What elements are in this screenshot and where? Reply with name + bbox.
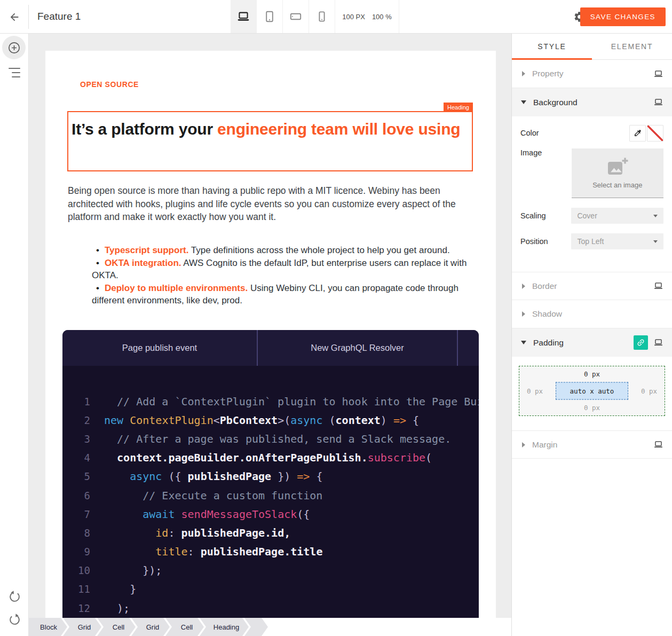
laptop-icon[interactable]	[653, 337, 663, 348]
color-picker-button[interactable]	[629, 125, 646, 142]
padding-top-value[interactable]: 0 px	[519, 370, 665, 378]
redo-button[interactable]	[6, 611, 22, 627]
device-tablet-landscape-button[interactable]	[283, 0, 309, 33]
code-line: 9 title: publishedPage.title	[62, 543, 479, 561]
left-toolbar	[0, 34, 29, 636]
laptop-icon[interactable]	[653, 439, 663, 450]
bullet-icon: •	[96, 283, 99, 293]
element-breadcrumb: BlockGridCellGridCellHeading	[29, 618, 512, 636]
panel-tabs: STYLE ELEMENT	[512, 34, 672, 60]
list-item[interactable]: •Deploy to multiple environments. Using …	[92, 282, 469, 307]
save-changes-button[interactable]: SAVE CHANGES	[580, 7, 666, 26]
tab-style[interactable]: STYLE	[512, 34, 592, 59]
line-code: id: publishedPage.id,	[90, 527, 290, 539]
plus-circle-icon	[7, 41, 21, 55]
back-button[interactable]	[0, 0, 28, 34]
add-image-icon	[606, 157, 629, 177]
breadcrumb-item-cell[interactable]: Cell	[97, 618, 136, 636]
element-navigator-button[interactable]	[9, 68, 20, 77]
list-item[interactable]: •OKTA integration. AWS Cognito is the de…	[92, 257, 469, 282]
code-body: 1 // Add a `ContextPlugin` plugin to hoo…	[62, 366, 479, 617]
breadcrumb-item-cell[interactable]: Cell	[165, 618, 204, 636]
bullet-text: Type definitions across the whole projec…	[188, 245, 449, 255]
code-line: 4 context.pageBuilder.onAfterPagePublish…	[62, 449, 479, 467]
transparent-swatch-button[interactable]	[647, 125, 663, 142]
zoom-percent-value: 100 %	[372, 13, 392, 21]
section-label: Property	[532, 69, 653, 78]
line-code: // After a page was published, send a Sl…	[90, 433, 451, 445]
line-code: );	[90, 602, 130, 615]
device-mobile-button[interactable]	[309, 0, 335, 33]
line-number: 5	[62, 470, 90, 482]
chevron-down-icon	[521, 341, 526, 344]
selected-heading-element[interactable]: Heading It’s a platform your engineering…	[67, 111, 473, 171]
code-tab: New GraphQL Resolver	[258, 330, 458, 366]
breadcrumb-item-block[interactable]: Block	[29, 618, 67, 636]
section-padding[interactable]: Padding	[512, 328, 672, 357]
laptop-icon[interactable]	[653, 281, 663, 291]
chevron-right-icon	[522, 71, 525, 76]
add-element-button[interactable]	[2, 36, 26, 59]
section-margin[interactable]: Margin	[512, 430, 672, 459]
heading-text-accent: engineering team will love using	[217, 120, 460, 138]
laptop-icon[interactable]	[653, 69, 663, 79]
select-image-button[interactable]: Select an image	[572, 148, 663, 198]
element-size-value[interactable]: auto x auto	[556, 382, 628, 400]
code-screenshot-block[interactable]: Page publish eventNew GraphQL Resolver 1…	[62, 330, 479, 636]
heading-text-dark: It’s a platform your	[72, 120, 217, 138]
position-label: Position	[520, 237, 571, 246]
intro-paragraph[interactable]: Being open source is more than having a …	[68, 184, 477, 224]
breadcrumb-item-heading[interactable]: Heading	[200, 618, 249, 636]
color-label: Color	[520, 129, 572, 137]
line-code: // Execute a custom function	[90, 489, 322, 502]
tab-element[interactable]: ELEMENT	[592, 34, 672, 59]
breadcrumb-item-grid[interactable]: Grid	[131, 618, 170, 636]
link-values-toggle[interactable]	[634, 335, 648, 350]
padding-bottom-value[interactable]: 0 px	[519, 404, 665, 412]
scaling-dropdown[interactable]: Cover	[571, 208, 663, 224]
padding-left-value[interactable]: 0 px	[527, 387, 543, 395]
code-tabs: Page publish eventNew GraphQL Resolver	[62, 330, 479, 366]
padding-right-value[interactable]: 0 px	[641, 387, 657, 395]
breadcrumb-item-grid[interactable]: Grid	[63, 618, 101, 636]
code-line: 2new ContextPlugin<PbContext>(async (con…	[62, 411, 479, 429]
code-tab: Page publish event	[62, 330, 258, 366]
tablet-icon	[263, 10, 276, 23]
page-document: OPEN SOURCE Heading It’s a platform your…	[45, 51, 496, 636]
page-heading[interactable]: It’s a platform your engineering team wi…	[68, 112, 472, 143]
section-label: Border	[532, 281, 653, 291]
scaling-label: Scaling	[520, 211, 571, 220]
line-number: 12	[62, 602, 90, 614]
section-property[interactable]: Property	[512, 60, 672, 88]
section-border[interactable]: Border	[512, 272, 672, 300]
section-shadow[interactable]: Shadow	[512, 300, 672, 328]
eyedropper-icon	[634, 129, 642, 137]
list-item[interactable]: •Typescript support. Type definitions ac…	[92, 244, 469, 257]
code-line: 8 id: publishedPage.id,	[62, 523, 479, 542]
section-background[interactable]: Background	[512, 88, 672, 116]
line-number: 4	[62, 452, 90, 464]
line-code: new ContextPlugin<PbContext>(async (cont…	[90, 414, 419, 427]
divider	[28, 5, 29, 29]
device-desktop-button[interactable]	[231, 0, 257, 33]
code-line: 12 );	[62, 599, 479, 617]
dropdown-arrow-icon	[653, 240, 658, 243]
line-number: 11	[62, 583, 90, 595]
code-line: 1 // Add a `ContextPlugin` plugin to hoo…	[62, 392, 479, 411]
section-label: Background	[533, 98, 653, 107]
kicker-text[interactable]: OPEN SOURCE	[80, 80, 139, 89]
device-tablet-button[interactable]	[257, 0, 283, 33]
code-line: 5 async ({ publishedPage }) => {	[62, 467, 479, 486]
laptop-icon[interactable]	[653, 97, 663, 107]
line-code: });	[90, 564, 162, 577]
position-value: Top Left	[577, 237, 604, 246]
undo-button[interactable]	[6, 588, 22, 604]
position-dropdown[interactable]: Top Left	[571, 233, 663, 249]
scaling-value: Cover	[577, 211, 597, 220]
padding-settings: 0 px 0 px 0 px 0 px auto x auto	[512, 357, 672, 430]
device-preview-group	[231, 0, 335, 33]
line-code: }	[90, 583, 136, 595]
line-number: 9	[62, 546, 90, 558]
line-number: 8	[62, 527, 90, 539]
phone-icon	[315, 10, 328, 23]
